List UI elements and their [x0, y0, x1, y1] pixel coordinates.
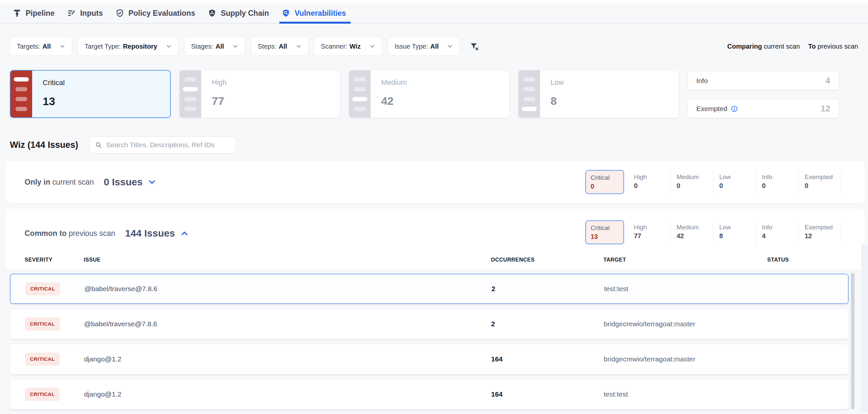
chip-count: 0: [591, 183, 623, 190]
chip-low[interactable]: Low 8: [713, 220, 756, 244]
chip-count: 0: [634, 182, 670, 189]
table-row[interactable]: CRITICAL django@1.2 164 bridgecrewio/ter…: [10, 344, 849, 374]
section-label: Common to previous scan: [25, 229, 115, 238]
table-row[interactable]: CRITICAL @babel/traverse@7.8.6 2 test:te…: [10, 274, 849, 304]
filter-issue-type[interactable]: Issue Type: All: [388, 37, 460, 56]
header-status: STATUS: [767, 257, 849, 263]
severity-cards-row: Critical 13 High 77 Medium 42 Low 8 I: [10, 70, 858, 118]
chip-critical[interactable]: Critical 0: [585, 170, 624, 194]
info-card-label: Info: [696, 77, 708, 85]
info-icon[interactable]: [731, 105, 738, 112]
chip-count: 0: [805, 182, 841, 189]
exempted-card-label: Exempted: [696, 105, 727, 113]
chevron-down-icon: [232, 43, 238, 49]
section-issue-count: 144 Issues: [125, 228, 175, 239]
medium-gauge-icon: [349, 70, 371, 118]
only-in-current-scan-panel: Only in current scan 0 Issues Critical 0…: [6, 161, 865, 203]
severity-card-low[interactable]: Low 8: [518, 70, 679, 118]
chip-label: Low: [719, 174, 756, 181]
search-icon: [95, 141, 102, 149]
target-cell: test:test: [604, 285, 768, 293]
vulnerabilities-icon: [281, 8, 290, 18]
chip-count: 0: [719, 182, 756, 189]
filter-target-type-value: Repository: [123, 43, 157, 50]
chevron-down-icon: [447, 43, 453, 49]
severity-badge: CRITICAL: [25, 388, 60, 401]
policy-evaluations-icon: [115, 8, 124, 18]
severity-card-count: 42: [381, 95, 407, 108]
severity-card-critical[interactable]: Critical 13: [10, 70, 171, 118]
tab-policy-evaluations-label: Policy Evaluations: [128, 9, 195, 18]
filter-steps[interactable]: Steps: All: [251, 37, 308, 56]
filter-targets-value: All: [42, 43, 51, 50]
chip-label: Low: [719, 224, 756, 231]
chip-count: 4: [762, 232, 798, 240]
side-cards: Info 4 Exempted 12: [687, 70, 839, 118]
chevron-down-icon[interactable]: [148, 178, 156, 186]
severity-card-medium[interactable]: Medium 42: [349, 70, 509, 118]
section-label-rest: current scan: [52, 178, 94, 186]
occurrences-cell: 2: [491, 320, 604, 328]
severity-badge: CRITICAL: [25, 353, 60, 366]
table-row[interactable]: CRITICAL @babel/traverse@7.8.6 2 bridgec…: [10, 309, 849, 339]
vertical-scrollbar[interactable]: [851, 273, 855, 409]
tab-supply-chain[interactable]: Supply Chain: [208, 3, 269, 23]
filter-steps-value: All: [279, 43, 287, 50]
search-box[interactable]: [89, 136, 236, 153]
filter-bar: Targets: All Target Type: Repository Sta…: [10, 37, 858, 56]
chip-medium[interactable]: Medium 42: [671, 220, 713, 244]
filter-targets[interactable]: Targets: All: [10, 37, 72, 56]
chip-high[interactable]: High 0: [628, 170, 671, 194]
chip-exempted[interactable]: Exempted 12: [799, 220, 841, 244]
chevron-down-icon: [296, 43, 302, 49]
tab-vulnerabilities[interactable]: Vulnerabilities: [281, 3, 346, 23]
header-occurrences: OCCURRENCES: [491, 257, 603, 263]
comparing-word: Comparing: [727, 43, 762, 50]
chevron-down-icon: [59, 43, 65, 49]
pipeline-icon: [12, 8, 22, 18]
search-input[interactable]: [106, 141, 230, 149]
section-label-rest: previous scan: [69, 229, 115, 238]
top-strip: [0, 0, 868, 3]
filter-stages[interactable]: Stages: All: [184, 37, 245, 56]
header-issue: ISSUE: [84, 257, 491, 263]
tab-pipeline[interactable]: Pipeline: [12, 3, 55, 23]
severity-chips: Critical 0 High 0 Medium 0 Low 0 Info 0 …: [585, 170, 841, 194]
chevron-up-icon[interactable]: [180, 229, 189, 238]
table-row[interactable]: CRITICAL django@1.2 164 test:test: [10, 379, 849, 409]
tab-inputs[interactable]: Inputs: [67, 3, 103, 23]
chip-label: High: [634, 174, 670, 181]
chip-label: Medium: [677, 174, 713, 181]
chip-info[interactable]: Info 0: [756, 170, 799, 194]
scanner-title: Wiz (144 Issues): [10, 140, 78, 150]
chip-critical[interactable]: Critical 13: [585, 220, 624, 244]
filter-target-type[interactable]: Target Type: Repository: [78, 37, 179, 56]
severity-card-count: 77: [212, 95, 226, 108]
low-gauge-icon: [518, 70, 540, 118]
header-target: TARGET: [603, 257, 767, 263]
chip-high[interactable]: High 77: [628, 220, 671, 244]
severity-card-high[interactable]: High 77: [179, 70, 340, 118]
issue-cell: django@1.2: [84, 355, 491, 363]
issues-table: CRITICAL @babel/traverse@7.8.6 2 test:te…: [10, 274, 849, 414]
severity-card-count: 8: [551, 95, 564, 108]
chip-medium[interactable]: Medium 0: [671, 170, 713, 194]
clear-filters-icon[interactable]: [469, 41, 479, 51]
chip-exempted[interactable]: Exempted 0: [799, 170, 841, 194]
info-card[interactable]: Info 4: [687, 71, 839, 90]
severity-card-label: High: [212, 78, 226, 87]
filter-scanner[interactable]: Scanner: Wiz: [314, 37, 382, 56]
chip-label: High: [634, 224, 670, 231]
chip-count: 77: [634, 232, 670, 240]
chip-label: Critical: [591, 174, 623, 181]
tab-bar: Pipeline Inputs Policy Evaluations Suppl…: [0, 3, 868, 24]
exempted-card[interactable]: Exempted 12: [687, 99, 839, 118]
chip-label: Critical: [591, 225, 623, 232]
chip-info[interactable]: Info 4: [756, 220, 799, 244]
chip-low[interactable]: Low 0: [713, 170, 756, 194]
tab-policy-evaluations[interactable]: Policy Evaluations: [115, 3, 195, 23]
chip-label: Info: [762, 224, 798, 231]
chip-count: 13: [591, 233, 623, 240]
severity-card-count: 13: [43, 95, 65, 108]
severity-card-label: Medium: [381, 78, 407, 87]
